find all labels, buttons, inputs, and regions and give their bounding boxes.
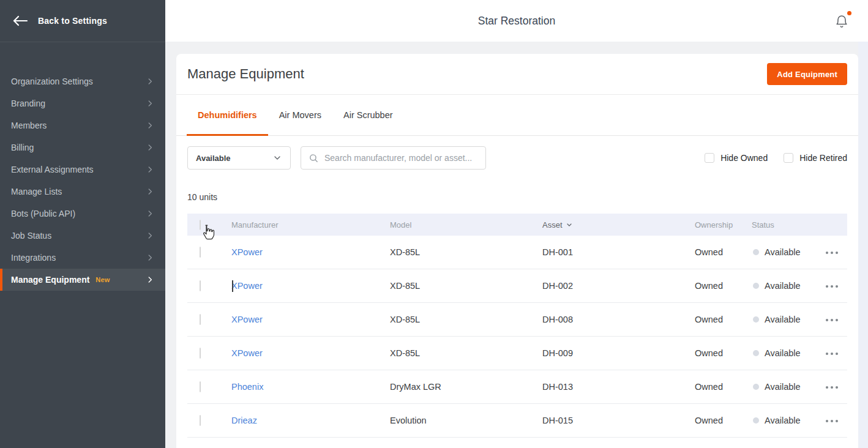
sidebar-item-billing[interactable]: Billing <box>0 136 165 159</box>
row-checkbox-cell <box>187 247 231 257</box>
manufacturer-link[interactable]: XPower <box>231 247 263 257</box>
ownership-cell: Owned <box>695 315 752 324</box>
model-cell: XD-85L <box>390 348 542 358</box>
chevron-down-icon <box>272 153 282 163</box>
table-body: XPower XD-85L DH-001 Owned Available XPo… <box>187 236 847 438</box>
ownership-cell: Owned <box>695 382 752 392</box>
search-icon <box>309 153 319 163</box>
manufacturer-link[interactable]: Drieaz <box>231 416 257 425</box>
row-actions-menu-button[interactable] <box>822 381 842 394</box>
actions-cell <box>822 381 847 394</box>
filter-checkbox-hide-owned[interactable]: Hide Owned <box>705 153 768 163</box>
manufacturer-cell: Drieaz <box>231 416 390 425</box>
chevron-right-icon <box>146 165 154 174</box>
status-dot-icon <box>753 283 759 289</box>
row-actions-menu-button[interactable] <box>822 280 842 293</box>
chevron-right-icon <box>146 143 154 152</box>
actions-cell <box>822 347 847 360</box>
tab-air-movers[interactable]: Air Movers <box>268 95 332 135</box>
ownership-cell: Owned <box>695 348 752 358</box>
sidebar-item-branding[interactable]: Branding <box>0 92 165 114</box>
tab-label: Air Scrubber <box>343 110 393 120</box>
sidebar-item-integrations[interactable]: Integrations <box>0 247 165 269</box>
top-bar: Star Restoration <box>165 0 868 42</box>
actions-cell <box>822 313 847 326</box>
table-row: Phoenix DryMax LGR DH-013 Owned Availabl… <box>187 370 847 404</box>
chevron-right-icon <box>146 187 154 196</box>
ownership-cell: Owned <box>695 281 752 291</box>
table-row: XPower XD-85L DH-002 Owned Available <box>187 269 847 303</box>
sidebar-item-organization-settings[interactable]: Organization Settings <box>0 70 165 92</box>
checkbox-label: Hide Owned <box>720 153 768 163</box>
model-cell: DryMax LGR <box>390 382 542 392</box>
status-filter-value: Available <box>196 154 231 163</box>
sidebar-item-external-assignments[interactable]: External Assignments <box>0 159 165 181</box>
table-row: XPower XD-85L DH-008 Owned Available <box>187 303 847 337</box>
row-checkbox[interactable] <box>200 415 201 426</box>
tab-air-scrubber[interactable]: Air Scrubber <box>332 95 404 135</box>
column-header-manufacturer[interactable]: Manufacturer <box>231 220 390 230</box>
chevron-right-icon <box>146 253 154 262</box>
status-dot-icon <box>753 249 759 255</box>
column-header-status[interactable]: Status <box>752 220 822 230</box>
chevron-right-icon <box>146 231 154 240</box>
sidebar-item-manage-lists[interactable]: Manage Lists <box>0 181 165 203</box>
sidebar-item-manage-equipment[interactable]: Manage Equipment New <box>0 269 165 291</box>
sidebar-item-label: Job Status <box>11 231 51 241</box>
manufacturer-link[interactable]: XPower <box>231 315 263 324</box>
sidebar-item-label: Bots (Public API) <box>11 209 75 218</box>
sidebar-item-members[interactable]: Members <box>0 114 165 136</box>
column-header-asset[interactable]: Asset <box>542 220 695 230</box>
manufacturer-link[interactable]: Phoenix <box>231 382 263 392</box>
new-badge: New <box>95 276 110 283</box>
status-label: Available <box>765 247 801 257</box>
row-actions-menu-button[interactable] <box>822 348 842 360</box>
manufacturer-link[interactable]: XPower <box>231 281 263 291</box>
ownership-cell: Owned <box>695 416 752 425</box>
chevron-right-icon <box>146 121 154 130</box>
column-header-model[interactable]: Model <box>390 220 542 230</box>
model-cell: XD-85L <box>390 315 542 324</box>
tab-bar: Dehumidifiers Air Movers Air Scrubber <box>176 95 858 136</box>
row-checkbox[interactable] <box>200 247 201 258</box>
search-box <box>301 146 486 170</box>
asset-cell: DH-009 <box>542 348 695 358</box>
status-cell: Available <box>752 416 822 425</box>
manufacturer-cell: XPower <box>231 348 390 358</box>
chevron-right-icon <box>146 209 154 218</box>
sort-descending-icon <box>566 221 573 228</box>
back-arrow-icon <box>12 15 28 27</box>
status-dot-icon <box>753 417 759 424</box>
tab-dehumidifiers[interactable]: Dehumidifiers <box>187 95 268 135</box>
column-header-ownership[interactable]: Ownership <box>695 220 752 230</box>
model-cell: Evolution <box>390 416 542 425</box>
status-dot-icon <box>753 316 759 323</box>
units-count: 10 units <box>187 192 847 202</box>
row-checkbox[interactable] <box>200 348 201 359</box>
asset-cell: DH-015 <box>542 416 695 425</box>
mouse-pointer-cursor <box>200 224 215 241</box>
sidebar-item-job-status[interactable]: Job Status <box>0 225 165 247</box>
sidebar-item-label: Integrations <box>11 253 56 263</box>
status-filter-dropdown[interactable]: Available <box>187 146 291 170</box>
status-cell: Available <box>752 382 822 392</box>
row-actions-menu-button[interactable] <box>822 415 842 427</box>
manufacturer-cell: Phoenix <box>231 382 390 392</box>
status-label: Available <box>765 315 801 324</box>
sidebar-item-bots-public-api[interactable]: Bots (Public API) <box>0 203 165 225</box>
filter-checkbox-group: Hide Owned Hide Retired <box>705 153 847 163</box>
row-checkbox[interactable] <box>200 280 201 291</box>
row-checkbox-cell <box>187 281 231 291</box>
row-checkbox[interactable] <box>200 381 201 392</box>
back-to-settings-button[interactable]: Back to Settings <box>0 0 165 42</box>
row-checkbox[interactable] <box>200 314 201 325</box>
asset-cell: DH-002 <box>542 281 695 291</box>
row-actions-menu-button[interactable] <box>822 314 842 326</box>
row-actions-menu-button[interactable] <box>822 247 842 259</box>
notifications-button[interactable] <box>832 12 851 31</box>
filter-checkbox-hide-retired[interactable]: Hide Retired <box>784 153 847 163</box>
checkbox-box <box>784 153 793 163</box>
add-equipment-button[interactable]: Add Equipment <box>767 63 847 85</box>
search-input[interactable] <box>324 153 478 163</box>
manufacturer-link[interactable]: XPower <box>231 348 263 358</box>
